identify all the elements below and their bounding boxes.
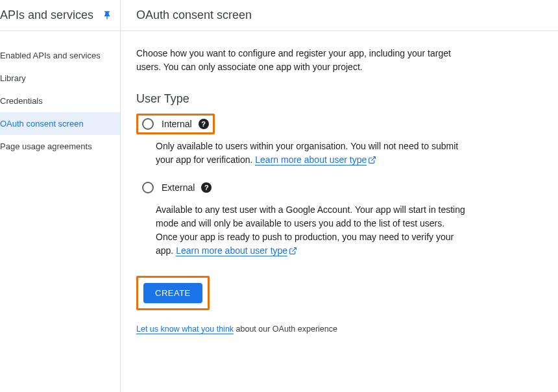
sidebar-item-enabled-apis[interactable]: Enabled APIs and services xyxy=(0,44,120,67)
create-button[interactable]: CREATE xyxy=(143,283,202,303)
highlight-create: CREATE xyxy=(136,276,210,310)
sidebar-item-label: OAuth consent screen xyxy=(0,119,84,129)
external-link-icon xyxy=(368,156,376,164)
main-body: Choose how you want to configure and reg… xyxy=(121,31,484,349)
radio-external[interactable] xyxy=(142,182,154,193)
help-icon[interactable]: ? xyxy=(199,119,209,129)
sidebar-item-library[interactable]: Library xyxy=(0,67,120,90)
learn-more-external-link[interactable]: Learn more about user type xyxy=(176,245,287,256)
feedback-link[interactable]: Let us know what you think xyxy=(136,325,234,334)
create-row: CREATE xyxy=(136,276,468,310)
sidebar-item-label: Library xyxy=(0,73,26,83)
radio-option-internal-row: Internal ? xyxy=(136,114,468,134)
external-link-icon xyxy=(289,247,297,255)
highlight-internal: Internal ? xyxy=(136,114,215,134)
sidebar-item-label: Enabled APIs and services xyxy=(0,51,101,60)
sidebar: APIs and services Enabled APIs and servi… xyxy=(0,0,121,392)
external-description: Available to any test user with a Google… xyxy=(156,203,468,258)
learn-more-internal-link[interactable]: Learn more about user type xyxy=(255,154,367,165)
radio-option-external-row: External ? xyxy=(136,177,468,198)
user-type-heading: User Type xyxy=(136,92,468,106)
sidebar-header: APIs and services xyxy=(0,0,120,31)
sidebar-item-credentials[interactable]: Credentials xyxy=(0,90,120,112)
page-title: OAuth consent screen xyxy=(136,8,252,22)
sidebar-title: APIs and services xyxy=(0,8,93,22)
sidebar-item-label: Page usage agreements xyxy=(0,141,92,151)
radio-external-label: External xyxy=(162,182,195,193)
link-text: Learn more about user type xyxy=(255,154,367,165)
sidebar-item-label: Credentials xyxy=(0,96,43,106)
intro-text: Choose how you want to configure and reg… xyxy=(136,47,468,74)
main-content: OAuth consent screen Choose how you want… xyxy=(121,0,558,392)
sidebar-nav: Enabled APIs and services Library Creden… xyxy=(0,31,120,158)
link-text: Learn more about user type xyxy=(176,245,287,256)
help-icon[interactable]: ? xyxy=(201,182,212,193)
feedback-row: Let us know what you think about our OAu… xyxy=(136,325,468,334)
sidebar-item-oauth-consent[interactable]: OAuth consent screen xyxy=(0,112,120,135)
main-header: OAuth consent screen xyxy=(121,0,558,31)
radio-internal[interactable] xyxy=(142,118,154,130)
pin-icon[interactable] xyxy=(102,10,112,21)
sidebar-item-page-usage[interactable]: Page usage agreements xyxy=(0,135,120,158)
internal-description: Only available to users within your orga… xyxy=(156,140,468,167)
feedback-suffix: about our OAuth experience xyxy=(234,325,337,334)
radio-internal-label: Internal xyxy=(162,119,192,129)
